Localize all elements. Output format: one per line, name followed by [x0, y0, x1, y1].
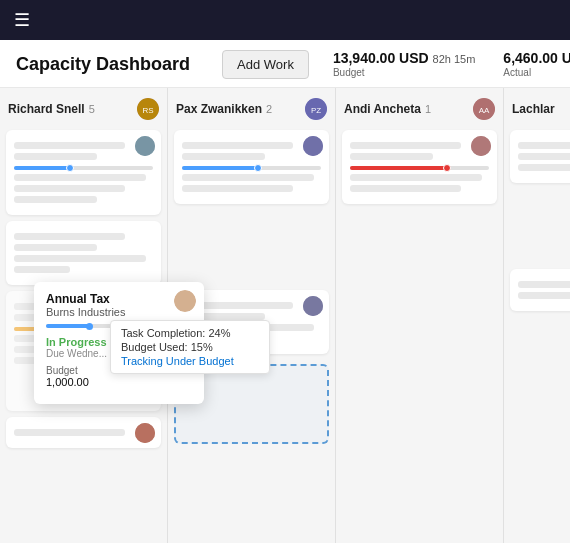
card-r2[interactable]: [6, 221, 161, 285]
progress-fill: [350, 166, 447, 170]
card-line: [14, 233, 125, 240]
col-count-1: 5: [89, 103, 95, 115]
card-line: [182, 185, 293, 192]
column-header-3: Andi Ancheta 1 AA: [342, 96, 497, 124]
card-line: [14, 196, 97, 203]
stat-actual-label: Actual: [503, 67, 570, 79]
header: Capacity Dashboard Add Work 13,940.00 US…: [0, 40, 570, 88]
popup-dot: [86, 323, 93, 330]
card-line: [14, 185, 125, 192]
popup-progress-fill: [46, 324, 90, 328]
column-header-1: Richard Snell 5 RS: [6, 96, 161, 124]
avatar-1: RS: [137, 98, 159, 120]
card-l1[interactable]: [510, 130, 570, 183]
card-line: [14, 142, 125, 149]
progress-dot: [443, 164, 451, 172]
card-line: [14, 429, 125, 436]
avatar-3: AA: [473, 98, 495, 120]
svg-text:PZ: PZ: [311, 106, 321, 115]
tooltip-link[interactable]: Tracking Under Budget: [121, 355, 259, 367]
card-avatar-p2: [303, 296, 323, 316]
stat-budget: 13,940.00 USD 82h 15m Budget: [333, 50, 475, 79]
popup-title: Annual Tax: [46, 292, 192, 306]
page-title: Capacity Dashboard: [16, 54, 190, 75]
tooltip-popup: Task Completion: 24% Budget Used: 15% Tr…: [110, 320, 270, 374]
svg-text:AA: AA: [479, 106, 490, 115]
stats-group: 13,940.00 USD 82h 15m Budget 6,460.00 US…: [333, 50, 570, 79]
stat-actual: 6,460.00 USD 38h Actual: [503, 50, 570, 79]
card-line: [182, 153, 265, 160]
card-p1[interactable]: [174, 130, 329, 204]
stat-actual-value: 6,460.00 USD 38h: [503, 50, 570, 67]
svg-point-7: [303, 296, 323, 316]
card-line: [182, 142, 293, 149]
progress-fill: [182, 166, 258, 170]
card-line: [14, 153, 97, 160]
popup-subtitle: Burns Industries: [46, 306, 192, 318]
progress-dot: [66, 164, 74, 172]
column-header-4: Lachlar L: [510, 96, 570, 124]
popup-avatar: [174, 290, 196, 312]
card-line: [182, 174, 314, 181]
card-avatar-r4: [135, 423, 155, 443]
svg-point-6: [303, 136, 323, 156]
col-count-3: 1: [425, 103, 431, 115]
card-line: [518, 153, 570, 160]
col-name-2: Pax Zwanikken: [176, 102, 262, 116]
card-line: [350, 153, 433, 160]
progress-fill: [14, 166, 70, 170]
column-header-2: Pax Zwanikken 2 PZ: [174, 96, 329, 124]
card-line: [14, 174, 146, 181]
card-line: [518, 164, 570, 171]
column-lachlar: Lachlar L: [504, 88, 570, 543]
card-avatar-p1: [303, 136, 323, 156]
svg-point-10: [471, 136, 491, 156]
stat-budget-value: 13,940.00 USD 82h 15m: [333, 50, 475, 67]
col-name-4: Lachlar: [512, 102, 555, 116]
card-line: [14, 244, 97, 251]
card-a1[interactable]: [342, 130, 497, 204]
menu-icon[interactable]: ☰: [14, 9, 30, 31]
card-l2[interactable]: [510, 269, 570, 311]
progress-bar: [182, 166, 321, 170]
card-line: [518, 142, 570, 149]
svg-point-13: [174, 290, 196, 312]
progress-bar: [350, 166, 489, 170]
card-r4[interactable]: [6, 417, 161, 448]
card-line: [518, 281, 570, 288]
progress-dot: [254, 164, 262, 172]
card-line: [14, 255, 146, 262]
card-line: [350, 142, 461, 149]
svg-point-2: [135, 136, 155, 156]
column-andi: Andi Ancheta 1 AA: [336, 88, 504, 543]
col-count-2: 2: [266, 103, 272, 115]
top-bar: ☰: [0, 0, 570, 40]
tooltip-budget-used: Budget Used: 15%: [121, 341, 259, 353]
col-name-3: Andi Ancheta: [344, 102, 421, 116]
card-line: [350, 174, 482, 181]
avatar-2: PZ: [305, 98, 327, 120]
card-line: [350, 185, 461, 192]
svg-point-3: [135, 423, 155, 443]
card-avatar-a1: [471, 136, 491, 156]
card-avatar-r1: [135, 136, 155, 156]
stat-budget-label: Budget: [333, 67, 475, 79]
tooltip-task-completion: Task Completion: 24%: [121, 327, 259, 339]
card-r1[interactable]: [6, 130, 161, 215]
add-work-button[interactable]: Add Work: [222, 50, 309, 79]
col-name-1: Richard Snell: [8, 102, 85, 116]
card-line: [14, 266, 70, 273]
popup-budget-value: 1,000.00: [46, 376, 192, 388]
progress-bar: [14, 166, 153, 170]
svg-text:RS: RS: [142, 106, 153, 115]
card-line: [518, 292, 570, 299]
